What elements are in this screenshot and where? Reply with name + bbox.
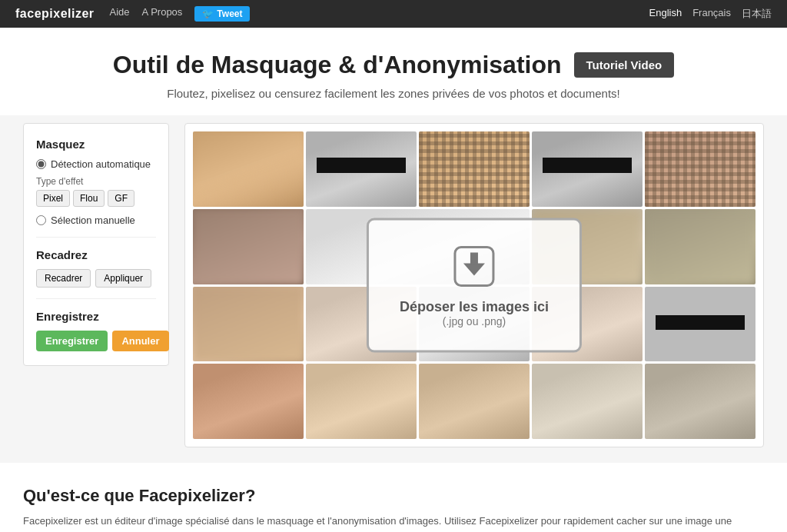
manual-detection-radio[interactable]: [36, 215, 46, 225]
nav-aide[interactable]: Aide: [110, 6, 130, 22]
photo-cell-r1c3: [419, 131, 530, 207]
page-subtitle: Floutez, pixelisez ou censurez facilemen…: [15, 87, 772, 100]
crop-section-title: Recadrez: [36, 248, 156, 261]
drop-overlay[interactable]: Déposer les images ici (.jpg ou .png): [367, 218, 582, 353]
save-buttons-group: Enregistrer Annuler: [36, 331, 156, 351]
photo-cell-r1c5: [645, 131, 755, 207]
svg-marker-1: [463, 264, 485, 276]
photo-cell-r3c1: [193, 287, 304, 362]
photo-cell-r4c5: [645, 364, 755, 439]
brand-logo: facepixelizer: [15, 7, 95, 21]
save-section-title: Enregistrez: [36, 310, 156, 323]
photo-cell-r1c2: [306, 131, 417, 207]
lang-japanese[interactable]: 日本語: [742, 7, 772, 21]
effect-gf-btn[interactable]: GF: [108, 190, 134, 207]
bottom-text: Facepixelizer est un éditeur d'image spé…: [23, 514, 764, 532]
content-row: Masquez Détection automatique Type d'eff…: [0, 115, 787, 463]
manual-selection-label[interactable]: Sélection manuelle: [36, 214, 156, 226]
photo-cell-r4c3: [419, 364, 530, 439]
photo-cell-r1c1: [193, 131, 304, 207]
photo-cell-r4c2: [306, 364, 417, 439]
drop-arrow-icon: [451, 244, 497, 290]
drop-subtext: (.jpg ou .png): [400, 315, 549, 328]
save-button[interactable]: Enregistrer: [36, 331, 108, 351]
bottom-section: Qu'est-ce que Facepixelizer? Facepixeliz…: [0, 463, 787, 532]
title-row: Outil de Masquage & d'Anonymisation Tuto…: [15, 51, 772, 79]
effect-type-label: Type d'effet: [36, 176, 156, 187]
language-switcher: English Français 日本語: [649, 7, 772, 21]
auto-detection-label[interactable]: Détection automatique: [36, 158, 156, 170]
lang-english[interactable]: English: [649, 7, 682, 21]
photo-cell-r2c5: [645, 209, 755, 284]
drop-zone-container[interactable]: Déposer les images ici (.jpg ou .png): [184, 123, 764, 447]
photo-cell-r4c4: [532, 364, 643, 439]
crop-buttons-group: Recadrer Appliquer: [36, 269, 156, 288]
tutorial-button[interactable]: Tutoriel Video: [574, 52, 675, 78]
svg-rect-2: [470, 253, 478, 265]
cancel-button[interactable]: Annuler: [112, 331, 168, 351]
header-section: Outil de Masquage & d'Anonymisation Tuto…: [0, 28, 787, 115]
effect-buttons-group: Pixel Flou GF: [36, 190, 156, 207]
effect-flou-btn[interactable]: Flou: [73, 190, 105, 207]
nav-apropos[interactable]: A Propos: [142, 6, 183, 22]
page-title: Outil de Masquage & d'Anonymisation: [113, 51, 562, 79]
download-icon: [451, 244, 497, 290]
apply-button[interactable]: Appliquer: [95, 269, 151, 288]
divider-1: [36, 237, 156, 238]
bottom-title: Qu'est-ce que Facepixelizer?: [23, 486, 764, 506]
navbar: facepixelizer Aide A Propos 🐦 Tweet Engl…: [0, 0, 787, 28]
effect-pixel-btn[interactable]: Pixel: [36, 190, 70, 207]
photo-cell-r4c1: [193, 364, 304, 439]
auto-detection-radio[interactable]: [36, 159, 46, 169]
auto-detection-group: Détection automatique: [36, 158, 156, 170]
page-container: Outil de Masquage & d'Anonymisation Tuto…: [0, 28, 787, 532]
photo-cell-r2c1: [193, 209, 304, 284]
sidebar-panel: Masquez Détection automatique Type d'eff…: [23, 123, 169, 366]
twitter-icon: 🐦: [202, 8, 214, 19]
photo-cell-r3c5: [645, 287, 755, 362]
drop-text: Déposer les images ici: [400, 299, 549, 315]
nav-links: Aide A Propos 🐦 Tweet: [110, 6, 649, 22]
crop-button[interactable]: Recadrer: [36, 269, 91, 288]
divider-2: [36, 298, 156, 299]
lang-french[interactable]: Français: [692, 7, 731, 21]
photo-cell-r1c4: [532, 131, 643, 207]
tweet-button[interactable]: 🐦 Tweet: [194, 6, 250, 22]
mask-section-title: Masquez: [36, 138, 156, 151]
